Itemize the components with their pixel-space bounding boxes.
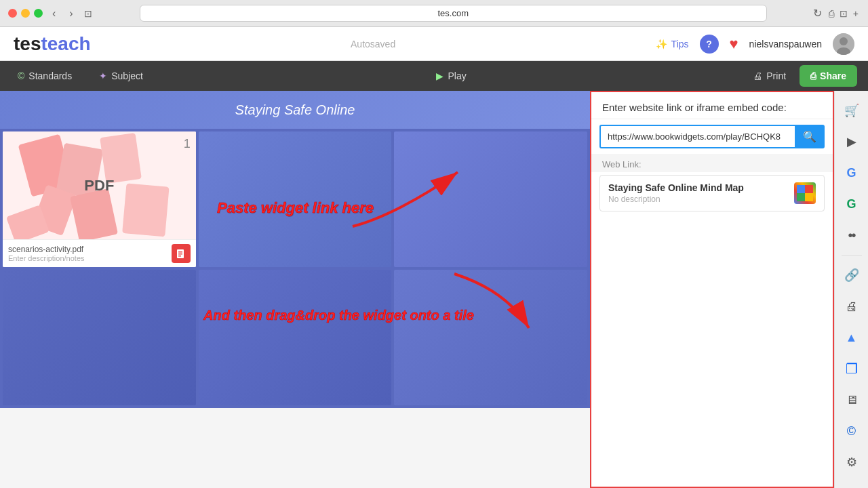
tile-filename: scenarios-activity.pdf xyxy=(8,245,85,254)
tips-icon: ✨ xyxy=(656,39,667,49)
chat-icon-button[interactable]: G xyxy=(839,191,865,217)
maximize-button[interactable] xyxy=(34,9,43,18)
screen-icon-button[interactable]: 🖥 xyxy=(839,387,865,413)
web-link-result[interactable]: Staying Safe Online Mind Map No descript… xyxy=(599,175,825,211)
autosaved-label: Autosaved xyxy=(91,39,656,49)
printer-icon: 🖨 xyxy=(846,300,858,314)
web-link-thumbnail xyxy=(794,182,816,204)
new-tab-button[interactable]: + xyxy=(853,8,859,19)
tab-view-button[interactable]: ⊡ xyxy=(84,8,92,19)
chat-icon: G xyxy=(846,197,856,211)
address-bar[interactable]: tes.com xyxy=(140,5,767,22)
link-icon: 🔗 xyxy=(844,268,859,283)
weblink-search-button[interactable]: 🔍 xyxy=(795,125,825,148)
standards-button[interactable]: © Standards xyxy=(11,66,79,85)
tiles-grid: PDF 1 scenarios-activity.pdf Enter descr… xyxy=(0,129,590,408)
app-header: tes teach Autosaved ✨ Tips ? ♥ nielsvans… xyxy=(0,27,868,61)
tips-label: Tips xyxy=(671,39,689,49)
web-link-title: Staying Safe Online Mind Map xyxy=(608,182,787,193)
dots-icon: •• xyxy=(848,228,854,243)
play-sidebar-icon: ▶ xyxy=(847,134,856,149)
logo-teach: teach xyxy=(41,33,90,55)
share-icon: ⎙ xyxy=(810,70,816,81)
traffic-lights xyxy=(8,9,43,18)
print-button[interactable]: 🖨 Print xyxy=(753,70,786,81)
browser-chrome: ‹ › ⊡ tes.com ↻ ⎙ ⊡ + xyxy=(0,0,868,27)
share-browser-button[interactable]: ⎙ xyxy=(829,8,834,19)
avatar xyxy=(833,33,854,55)
svg-point-1 xyxy=(840,37,848,45)
subject-label: Subject xyxy=(111,70,143,81)
drive-icon-button[interactable]: ▲ xyxy=(839,325,865,350)
browser-controls: ⎙ ⊡ + xyxy=(827,8,860,19)
sidebar-divider-1 xyxy=(842,255,862,256)
coursera-icon-button[interactable]: © xyxy=(839,418,865,444)
share-label: Share xyxy=(820,70,846,81)
svg-rect-19 xyxy=(805,193,813,201)
svg-rect-11 xyxy=(178,251,182,253)
play-button[interactable]: ▶ Play xyxy=(429,66,473,85)
tile-6[interactable] xyxy=(394,270,587,405)
close-button[interactable] xyxy=(8,9,17,18)
forward-button[interactable]: › xyxy=(65,5,77,22)
play-label: Play xyxy=(448,70,466,81)
pdf-preview: PDF 1 xyxy=(3,131,196,239)
reload-button[interactable]: ↻ xyxy=(813,7,822,20)
tile-description: Enter description/notes xyxy=(8,254,85,262)
lesson-area: Staying Safe Online PDF 1 xyxy=(0,91,590,488)
lesson-title: Staying Safe Online xyxy=(235,102,355,118)
svg-rect-13 xyxy=(178,256,181,257)
share-button[interactable]: ⎙ Share xyxy=(800,65,857,87)
svg-rect-18 xyxy=(797,193,805,201)
pdf-type-label: PDF xyxy=(84,177,114,195)
minimize-button[interactable] xyxy=(21,9,30,18)
settings-icon-button[interactable]: ⚙ xyxy=(839,449,865,475)
google-icon: G xyxy=(846,166,856,180)
back-button[interactable]: ‹ xyxy=(48,5,60,22)
cart-icon-button[interactable]: 🛒 xyxy=(839,98,865,123)
dots-icon-button[interactable]: •• xyxy=(839,222,865,248)
cart-icon: 🛒 xyxy=(844,103,859,118)
standards-icon: © xyxy=(18,70,24,81)
print-icon: 🖨 xyxy=(753,70,762,81)
printer-icon-button[interactable]: 🖨 xyxy=(839,293,865,319)
favorite-button[interactable]: ♥ xyxy=(730,35,738,53)
weblink-input[interactable] xyxy=(599,125,795,148)
svg-rect-7 xyxy=(70,188,118,239)
right-sidebar: 🛒 ▶ G G •• 🔗 🖨 ▲ ❐ 🖥 © xyxy=(834,91,868,488)
tile-5[interactable] xyxy=(199,270,392,405)
main-content: Staying Safe Online PDF 1 xyxy=(0,91,868,488)
settings-icon: ⚙ xyxy=(846,455,857,470)
tile-3[interactable] xyxy=(394,131,587,267)
svg-rect-12 xyxy=(178,253,182,255)
weblink-header: Enter website link or iframe embed code: xyxy=(591,92,833,119)
toolbar: © Standards ✦ Subject ▶ Play 🖨 Print ⎙ S… xyxy=(0,61,868,91)
lesson-header: Staying Safe Online xyxy=(0,91,590,129)
subject-button[interactable]: ✦ Subject xyxy=(92,66,150,85)
svg-rect-16 xyxy=(797,185,805,193)
google-icon-button[interactable]: G xyxy=(839,160,865,186)
tile-1[interactable]: PDF 1 scenarios-activity.pdf Enter descr… xyxy=(3,131,196,267)
play-icon: ▶ xyxy=(436,70,443,81)
play-icon-button[interactable]: ▶ xyxy=(839,129,865,155)
tile-2[interactable] xyxy=(199,131,392,267)
svg-rect-8 xyxy=(122,183,169,237)
header-right: ✨ Tips ? ♥ nielsvanspauwen xyxy=(656,33,854,55)
tips-button[interactable]: ✨ Tips xyxy=(656,39,689,49)
print-label: Print xyxy=(766,70,786,81)
tile-action-button[interactable] xyxy=(172,244,191,263)
link-icon-button[interactable]: 🔗 xyxy=(839,262,865,288)
dropbox-icon: ❐ xyxy=(846,361,858,377)
username-label: nielsvanspauwen xyxy=(749,39,822,49)
dropbox-icon-button[interactable]: ❐ xyxy=(839,356,865,382)
tile-4[interactable] xyxy=(3,270,196,405)
drive-icon: ▲ xyxy=(846,331,858,345)
standards-label: Standards xyxy=(28,70,72,81)
weblink-panel: Enter website link or iframe embed code:… xyxy=(590,91,834,488)
screen-icon: 🖥 xyxy=(846,393,858,407)
help-button[interactable]: ? xyxy=(700,35,719,54)
fullscreen-button[interactable]: ⊡ xyxy=(840,8,848,19)
weblink-input-row: 🔍 xyxy=(591,119,833,154)
search-icon: 🔍 xyxy=(803,131,816,142)
web-link-label: Web Link: xyxy=(591,154,833,172)
